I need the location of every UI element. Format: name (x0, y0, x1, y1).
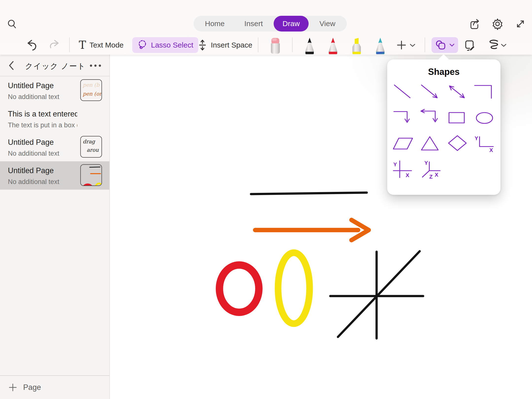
toolbar-divider (292, 37, 293, 52)
shape-rectangle[interactable] (444, 106, 471, 131)
search-icon[interactable] (6, 18, 18, 30)
more-options-icon[interactable] (90, 62, 101, 69)
add-page-button[interactable]: Page (0, 375, 109, 399)
page-title: Untitled Page (8, 166, 77, 175)
shape-axes-xyz[interactable]: YZX (417, 157, 444, 183)
highlighter-yellow-tool[interactable] (349, 37, 364, 54)
ribbon-tabs: Home Insert Draw View (194, 16, 347, 32)
onenote-app: Home Insert Draw View (0, 0, 532, 399)
shape-elbow-connector[interactable] (471, 80, 498, 106)
pen-black-tool[interactable] (302, 37, 317, 54)
add-page-label: Page (23, 383, 41, 392)
page-list: Untitled PageNo additional textpen (b pe… (0, 76, 109, 190)
svg-text:X: X (489, 147, 493, 153)
page-thumbnail: drag arou (80, 136, 102, 158)
svg-text:Y: Y (424, 160, 428, 166)
shape-diagonal-double-arrow[interactable] (444, 80, 471, 106)
toolbar-divider (425, 37, 425, 52)
page-title: Untitled Page (8, 81, 77, 90)
page-list-item[interactable]: Untitled PageNo additional text (0, 161, 109, 190)
lasso-icon (137, 40, 148, 50)
svg-text:X: X (435, 172, 438, 178)
shape-diamond[interactable] (444, 131, 471, 157)
page-subtitle: No additional text (8, 150, 77, 157)
page-list-sidebar: クイック ノート Untitled PageNo additional text… (0, 55, 110, 399)
ink-to-shape-chevron-icon[interactable] (500, 42, 507, 48)
svg-text:Y: Y (393, 161, 397, 167)
insert-space-button[interactable]: Insert Space (198, 37, 252, 53)
redo-icon[interactable] (48, 38, 62, 52)
svg-text:Y: Y (475, 135, 478, 141)
ink-stroke-yellow-ring[interactable] (278, 253, 310, 324)
ink-stroke-red-ring[interactable] (219, 265, 259, 312)
shape-elbow-arrow[interactable] (390, 106, 417, 131)
shape-diagonal-arrow[interactable] (417, 80, 444, 106)
insert-space-label: Insert Space (211, 41, 252, 49)
fullscreen-icon[interactable] (514, 17, 527, 31)
tab-view[interactable]: View (311, 16, 344, 32)
share-icon[interactable] (468, 17, 481, 31)
shapes-chevron-icon (449, 43, 455, 47)
page-thumbnail: pen (b pen (or (80, 79, 102, 101)
pen-galaxy-tool[interactable] (373, 37, 387, 54)
page-subtitle: No additional text (8, 93, 77, 101)
page-thumbnail (80, 164, 102, 186)
text-mode-button[interactable]: T Text Mode (79, 37, 124, 53)
plus-icon (8, 383, 17, 392)
shape-axes-xy[interactable]: YX (471, 131, 498, 157)
shape-triangle[interactable] (417, 131, 444, 157)
page-list-item[interactable]: This is a text entered in…The text is pu… (0, 105, 109, 133)
page-title: This is a text entered in… (8, 110, 77, 118)
toolbar-divider (69, 37, 70, 52)
page-subtitle: The text is put in a box called… (8, 121, 77, 129)
shapes-popup-title: Shapes (387, 67, 500, 77)
page-subtitle: No additional text (8, 178, 77, 186)
shape-ellipse[interactable] (471, 106, 498, 131)
lasso-select-button[interactable]: Lasso Select (132, 37, 198, 53)
settings-gear-icon[interactable] (491, 17, 504, 31)
page-list-item[interactable]: Untitled PageNo additional textdrag arou (0, 133, 109, 161)
shape-diagonal-line[interactable] (390, 80, 417, 106)
shapes-grid: YX YX YZX (387, 80, 500, 183)
tab-home[interactable]: Home (196, 16, 233, 32)
page-title: Untitled Page (8, 138, 77, 147)
lasso-select-label: Lasso Select (151, 41, 193, 49)
sidebar-header: クイック ノート (0, 55, 109, 76)
ink-stroke-black-line[interactable] (251, 193, 367, 194)
ink-to-shape-icon[interactable] (486, 38, 500, 52)
text-mode-icon: T (79, 40, 86, 50)
add-pen-icon[interactable] (395, 39, 408, 51)
shape-parallelogram[interactable] (390, 131, 417, 157)
top-bar: Home Insert Draw View (0, 0, 532, 55)
page-list-item[interactable]: Untitled PageNo additional textpen (b pe… (0, 76, 109, 105)
svg-text:X: X (406, 172, 409, 178)
text-mode-label: Text Mode (89, 41, 123, 49)
svg-text:Z: Z (429, 174, 432, 180)
notebook-title: クイック ノート (25, 61, 86, 71)
eraser-tool[interactable] (268, 37, 282, 54)
shapes-button[interactable] (432, 37, 458, 53)
back-chevron-icon[interactable] (6, 60, 16, 71)
annotate-note-icon[interactable] (463, 38, 477, 52)
shape-axes-xy-cross[interactable]: YX (390, 157, 417, 183)
shape-elbow-double-arrow[interactable] (417, 106, 444, 131)
tab-draw[interactable]: Draw (274, 16, 309, 32)
pen-red-tool[interactable] (326, 37, 340, 54)
add-pen-chevron-icon[interactable] (409, 42, 416, 48)
tab-insert[interactable]: Insert (235, 16, 272, 32)
ink-stroke-cross-diagonal[interactable] (338, 251, 420, 337)
toolbar-divider (258, 37, 258, 52)
shapes-icon (435, 40, 447, 50)
undo-icon[interactable] (25, 38, 38, 52)
insert-space-icon (198, 39, 207, 51)
shapes-popup: Shapes YX YX YZX (387, 59, 500, 195)
